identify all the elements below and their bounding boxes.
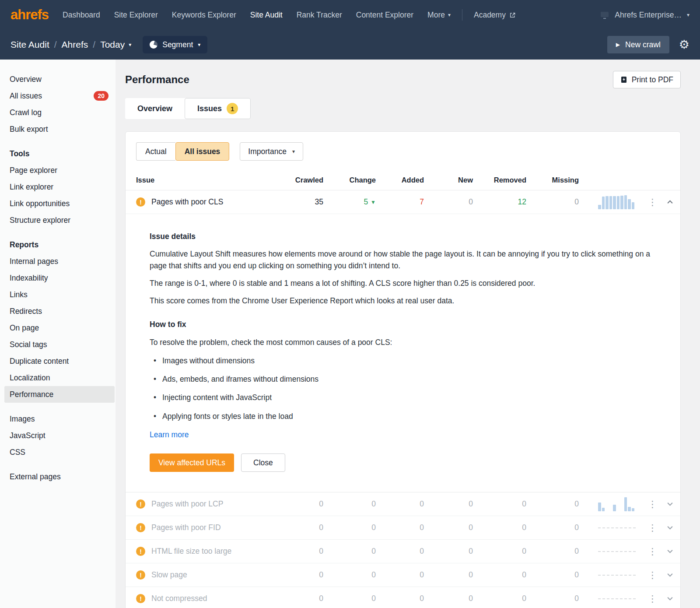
issue-details-paragraph: The range is 0-1, where 0 is stable and … (150, 278, 653, 289)
sidebar-item-internal-pages[interactable]: Internal pages (0, 253, 116, 270)
new-crawl-button[interactable]: ▶ New crawl (607, 36, 669, 53)
nav-keywords-explorer[interactable]: Keywords Explorer (172, 11, 236, 20)
warning-icon[interactable]: ! (136, 547, 145, 556)
chevron-down-icon[interactable] (667, 524, 673, 531)
new-crawl-label: New crawl (625, 40, 661, 49)
breadcrumb-date-dropdown[interactable]: Today▾ (100, 39, 131, 50)
nav-site-explorer[interactable]: Site Explorer (114, 11, 158, 20)
new-value: 0 (424, 197, 473, 207)
nav-dashboard[interactable]: Dashboard (63, 11, 100, 20)
breadcrumb-site-audit[interactable]: Site Audit (10, 39, 49, 50)
nav-content-explorer[interactable]: Content Explorer (356, 11, 413, 20)
page-body: Overview All issues 20 Crawl log Bulk ex… (0, 60, 700, 608)
sidebar-item-all-issues[interactable]: All issues 20 (0, 88, 116, 104)
kebab-menu-icon[interactable]: ⋮ (648, 499, 657, 509)
kebab-menu-icon[interactable]: ⋮ (648, 594, 657, 603)
main-content: Performance Print to PDF Overview Issues… (116, 60, 700, 608)
col-header-missing: Missing (526, 176, 579, 184)
col-header-removed: Removed (473, 176, 526, 184)
sub-nav: Site Audit / Ahrefs / Today▾ Segment ▾ ▶… (0, 30, 700, 60)
account-menu[interactable]: Ahrefs Enterprise… ▾ (600, 11, 690, 20)
sidebar-item-localization[interactable]: Localization (0, 369, 116, 386)
sidebar-item-link-opportunities[interactable]: Link opportunities (0, 195, 116, 212)
breadcrumb-project[interactable]: Ahrefs (62, 39, 88, 50)
chevron-up-icon[interactable] (667, 199, 673, 205)
sidebar-item-external-pages[interactable]: External pages (0, 468, 116, 485)
tab-issues[interactable]: Issues 1 (185, 98, 251, 119)
sidebar-item-images[interactable]: Images (0, 411, 116, 427)
sidebar-item-indexability[interactable]: Indexability (0, 270, 116, 286)
sidebar-item-javascript[interactable]: JavaScript (0, 427, 116, 444)
sidebar-item-crawl-log[interactable]: Crawl log (0, 104, 116, 121)
warning-icon[interactable]: ! (136, 499, 145, 509)
history-sparkline (598, 497, 636, 511)
warning-icon[interactable]: ! (136, 570, 145, 580)
cause-item: Injecting content with JavaScript (150, 392, 670, 403)
primary-nav: Dashboard Site Explorer Keywords Explore… (63, 11, 451, 20)
sidebar-item-performance[interactable]: Performance (4, 386, 115, 403)
sidebar-item-bulk-export[interactable]: Bulk export (0, 121, 116, 137)
issue-row-fid: ! Pages with poor FID 0 0 0 0 0 0 ⋮ (126, 516, 680, 540)
crawled-value: 0 (282, 594, 323, 603)
chevron-down-icon[interactable] (667, 548, 673, 555)
view-affected-urls-button[interactable]: View affected URLs (150, 453, 234, 472)
change-number: 0 (371, 547, 376, 556)
sidebar-item-page-explorer[interactable]: Page explorer (0, 162, 116, 179)
filter-actual-button[interactable]: Actual (136, 142, 175, 161)
new-value: 0 (424, 523, 473, 532)
kebab-menu-icon[interactable]: ⋮ (648, 547, 657, 556)
segment-button[interactable]: Segment ▾ (143, 36, 207, 53)
issue-name[interactable]: HTML file size too large (151, 547, 231, 556)
warning-icon[interactable]: ! (136, 523, 145, 532)
nav-more[interactable]: More▾ (427, 11, 451, 20)
warning-icon[interactable]: ! (136, 197, 145, 207)
sidebar-group-external: External pages (0, 468, 116, 485)
issue-name[interactable]: Not compressed (151, 594, 207, 603)
sidebar-item-css[interactable]: CSS (0, 444, 116, 460)
tab-issues-label: Issues (197, 104, 222, 113)
cause-item: Images without dimensions (150, 355, 670, 366)
issue-name[interactable]: Pages with poor LCP (151, 499, 223, 509)
sidebar-item-social-tags[interactable]: Social tags (0, 336, 116, 353)
chevron-down-icon[interactable] (667, 572, 673, 578)
ahrefs-logo[interactable]: ahrefs (10, 7, 49, 23)
sidebar-item-links[interactable]: Links (0, 286, 116, 303)
kebab-menu-icon[interactable]: ⋮ (648, 197, 657, 207)
learn-more-link[interactable]: Learn more (150, 429, 189, 440)
nav-site-audit[interactable]: Site Audit (250, 11, 283, 20)
issue-name[interactable]: Pages with poor FID (151, 523, 221, 532)
chevron-down-icon[interactable] (667, 501, 673, 507)
chevron-down-icon: ▾ (292, 148, 295, 155)
nav-rank-tracker[interactable]: Rank Tracker (297, 11, 342, 20)
warning-icon[interactable]: ! (136, 594, 145, 603)
issue-name[interactable]: Pages with poor CLS (151, 197, 223, 207)
close-button[interactable]: Close (241, 453, 285, 472)
how-to-fix-intro: To resolve the problem, check the most c… (150, 337, 653, 348)
missing-value: 0 (526, 570, 579, 580)
importance-dropdown[interactable]: Importance ▾ (240, 142, 303, 161)
empty-sparkline (598, 598, 636, 599)
chevron-down-icon[interactable] (667, 595, 673, 602)
kebab-menu-icon[interactable]: ⋮ (648, 570, 657, 580)
empty-sparkline (598, 527, 636, 528)
added-value: 0 (376, 523, 424, 532)
sidebar-title-tools: Tools (0, 145, 116, 162)
sidebar-item-redirects[interactable]: Redirects (0, 303, 116, 320)
kebab-menu-icon[interactable]: ⋮ (648, 523, 657, 532)
chevron-down-icon: ▾ (687, 12, 690, 18)
filter-all-issues-button[interactable]: All issues (175, 142, 230, 161)
tab-overview[interactable]: Overview (125, 98, 185, 119)
sidebar-item-structure-explorer[interactable]: Structure explorer (0, 212, 116, 228)
sidebar-item-on-page[interactable]: On page (0, 320, 116, 336)
added-value: 0 (376, 547, 424, 556)
gear-icon[interactable]: ⚙ (679, 39, 690, 51)
main-header: Performance Print to PDF (125, 71, 681, 88)
nav-academy[interactable]: Academy (474, 11, 516, 20)
sidebar-item-duplicate-content[interactable]: Duplicate content (0, 353, 116, 369)
added-value: 7 (376, 197, 424, 207)
issue-name[interactable]: Slow page (151, 570, 187, 580)
external-link-icon (509, 12, 516, 18)
sidebar-item-overview[interactable]: Overview (0, 71, 116, 88)
sidebar-item-link-explorer[interactable]: Link explorer (0, 179, 116, 195)
print-to-pdf-button[interactable]: Print to PDF (613, 71, 681, 88)
